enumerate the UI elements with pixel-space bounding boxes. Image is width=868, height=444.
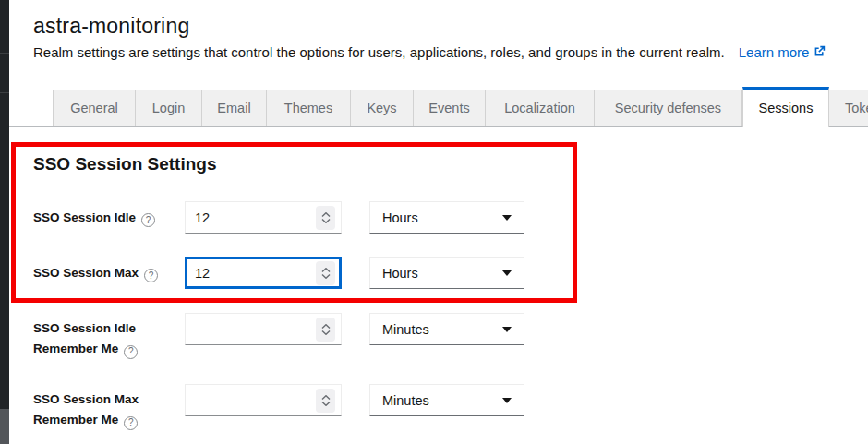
question-circle-icon[interactable]: ? bbox=[124, 345, 138, 359]
sso-session-max-remember-me-label: SSO Session Max Remember Me? bbox=[33, 384, 185, 430]
caret-down-icon bbox=[502, 270, 512, 276]
sso-session-max-unit-select[interactable]: Hours bbox=[369, 257, 524, 289]
question-circle-icon[interactable]: ? bbox=[141, 213, 155, 227]
question-circle-icon[interactable]: ? bbox=[144, 269, 158, 282]
learn-more-label: Learn more bbox=[739, 43, 810, 62]
main-content: astra-monitoring Realm settings are sett… bbox=[9, 0, 868, 444]
sso-session-max-remember-me-row: SSO Session Max Remember Me? Minutes bbox=[9, 384, 868, 430]
nav-scrollbar-thumb[interactable] bbox=[0, 409, 9, 444]
realm-description: Realm settings are settings that control… bbox=[33, 43, 725, 62]
page-header: astra-monitoring Realm settings are sett… bbox=[9, 0, 868, 62]
learn-more-link[interactable]: Learn more bbox=[739, 43, 826, 62]
external-link-icon bbox=[814, 43, 826, 62]
number-stepper-icon[interactable] bbox=[316, 389, 335, 413]
sso-session-idle-input-group bbox=[185, 201, 342, 234]
tab-email[interactable]: Email bbox=[202, 90, 267, 126]
page-title: astra-monitoring bbox=[33, 12, 868, 40]
number-stepper-icon[interactable] bbox=[316, 206, 335, 230]
sso-session-max-remember-me-unit-select[interactable]: Minutes bbox=[369, 384, 524, 416]
sso-session-max-row: SSO Session Max? Hours bbox=[9, 257, 868, 289]
tab-login[interactable]: Login bbox=[136, 90, 202, 126]
nav-divider bbox=[0, 92, 9, 93]
sessions-tab-panel: SSO Session Settings SSO Session Idle? H… bbox=[9, 153, 868, 430]
tab-sessions[interactable]: Sessions bbox=[742, 87, 829, 127]
sso-session-idle-label: SSO Session Idle? bbox=[33, 208, 185, 228]
caret-down-icon bbox=[502, 327, 512, 332]
tab-general[interactable]: General bbox=[53, 90, 136, 126]
page-subtitle: Realm settings are settings that control… bbox=[33, 43, 868, 62]
tab-security-defenses[interactable]: Security defenses bbox=[595, 90, 742, 126]
sso-session-max-label: SSO Session Max? bbox=[33, 263, 185, 283]
caret-down-icon bbox=[502, 215, 512, 221]
sso-session-idle-remember-me-label: SSO Session Idle Remember Me? bbox=[33, 313, 185, 359]
sso-session-max-remember-me-input-group bbox=[185, 384, 342, 416]
sso-session-idle-remember-me-unit-select[interactable]: Minutes bbox=[369, 313, 524, 345]
number-stepper-icon[interactable] bbox=[316, 261, 335, 285]
caret-down-icon bbox=[502, 398, 512, 403]
tab-themes[interactable]: Themes bbox=[267, 90, 351, 126]
realm-settings-tabs: General Login Email Themes Keys Events L… bbox=[9, 87, 868, 127]
sso-session-idle-unit-select[interactable]: Hours bbox=[369, 201, 524, 234]
nav-edge-strip bbox=[0, 0, 9, 444]
question-circle-icon[interactable]: ? bbox=[124, 416, 138, 430]
sso-session-idle-remember-me-row: SSO Session Idle Remember Me? Minutes bbox=[9, 313, 868, 359]
nav-divider bbox=[0, 53, 9, 54]
sso-session-idle-remember-me-input-group bbox=[185, 313, 342, 345]
sso-session-settings-heading: SSO Session Settings bbox=[33, 153, 868, 175]
realm-settings-screen: astra-monitoring Realm settings are sett… bbox=[0, 0, 868, 444]
tab-events[interactable]: Events bbox=[414, 90, 486, 126]
number-stepper-icon[interactable] bbox=[316, 318, 335, 342]
tab-localization[interactable]: Localization bbox=[486, 90, 595, 126]
tab-tokens[interactable]: Tokens bbox=[829, 90, 868, 126]
sso-session-max-input-group bbox=[185, 257, 342, 289]
tab-keys[interactable]: Keys bbox=[351, 90, 414, 126]
sso-session-idle-row: SSO Session Idle? Hours bbox=[9, 201, 868, 234]
